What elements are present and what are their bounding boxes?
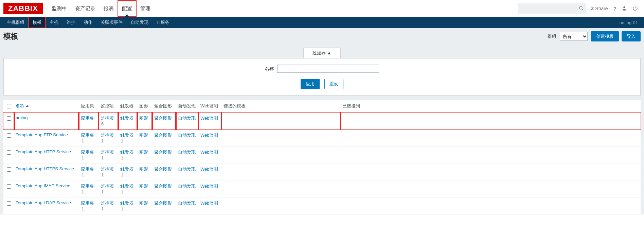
graphs-link[interactable]: 图形 xyxy=(139,150,148,155)
template-name-link[interactable]: Template App IMAP Service xyxy=(16,183,70,188)
table-row: Template App LDAP Service应用集1监控项1触发器1图形聚… xyxy=(3,197,641,214)
screens-link[interactable]: 聚合图形 xyxy=(154,167,172,172)
template-name-link[interactable]: aming xyxy=(16,115,28,120)
subnav-item[interactable]: 动作 xyxy=(79,17,96,28)
triggers-link[interactable]: 触发器 xyxy=(120,184,133,189)
template-name-link[interactable]: Template App FTP Service xyxy=(16,132,68,137)
host-indicator: aming-01 xyxy=(616,20,641,25)
screens-link[interactable]: 聚合图形 xyxy=(154,133,172,138)
topnav-item[interactable]: 监测中 xyxy=(48,1,71,17)
screens-link[interactable]: 聚合图形 xyxy=(154,116,172,121)
import-button[interactable]: 导入 xyxy=(622,31,641,41)
subnav-item[interactable]: 主机 xyxy=(46,17,62,28)
discovery-link[interactable]: 自动发现 xyxy=(178,184,196,189)
row-checkbox[interactable] xyxy=(7,167,11,172)
row-checkbox[interactable] xyxy=(7,150,11,155)
graphs-link[interactable]: 图形 xyxy=(139,116,148,121)
global-search[interactable] xyxy=(518,3,586,14)
topnav-item[interactable]: 配置 xyxy=(118,1,136,17)
template-name-link[interactable]: Template App HTTPS Service xyxy=(16,166,74,171)
web-link[interactable]: Web监测 xyxy=(200,184,218,189)
select-all-checkbox[interactable] xyxy=(7,104,11,108)
topnav-item[interactable]: 报表 xyxy=(100,1,118,17)
row-checkbox[interactable] xyxy=(7,133,11,138)
help-icon[interactable]: ? xyxy=(611,6,619,12)
items-link[interactable]: 监控项 xyxy=(101,133,114,138)
graphs-link[interactable]: 图形 xyxy=(139,167,148,172)
template-name-link[interactable]: Template App LDAP Service xyxy=(16,200,71,205)
web-link[interactable]: Web监测 xyxy=(200,201,218,206)
subnav-item[interactable]: 模板 xyxy=(29,17,46,28)
templates-table: 名称 应用集 监控项 触发器 图形 聚合图形 自动发现 Web监测 链接的模板 … xyxy=(3,100,641,214)
row-checkbox[interactable] xyxy=(7,201,11,206)
graphs-link[interactable]: 图形 xyxy=(139,184,148,189)
discovery-link[interactable]: 自动发现 xyxy=(178,133,196,138)
triggers-link[interactable]: 触发器 xyxy=(120,201,133,206)
subnav-item[interactable]: IT服务 xyxy=(153,17,174,28)
items-link[interactable]: 监控项 xyxy=(101,184,114,189)
graphs-link[interactable]: 图形 xyxy=(139,201,148,206)
search-icon[interactable] xyxy=(579,6,584,12)
graphs-link[interactable]: 图形 xyxy=(139,133,148,138)
group-select[interactable]: 所有 xyxy=(560,32,588,41)
topnav-item[interactable]: 管理 xyxy=(136,1,155,17)
subnav-item[interactable]: 主机群组 xyxy=(3,17,29,28)
subnav-item[interactable]: 维护 xyxy=(62,17,79,28)
filter-apply-button[interactable]: 应用 xyxy=(301,79,320,89)
filter-name-input[interactable] xyxy=(277,65,379,73)
web-link[interactable]: Web监测 xyxy=(200,150,218,155)
screens-link[interactable]: 聚合图形 xyxy=(154,184,172,189)
power-icon[interactable] xyxy=(630,5,641,12)
group-select-input[interactable]: 所有 xyxy=(560,33,587,40)
topnav-item[interactable]: 资产记录 xyxy=(71,1,100,17)
discovery-link[interactable]: 自动发现 xyxy=(178,116,196,121)
filter-reset-button[interactable]: 重设 xyxy=(324,79,343,89)
filter-toggle[interactable]: 过滤器 ▲ xyxy=(303,48,340,58)
screens-link[interactable]: 聚合图形 xyxy=(154,150,172,155)
items-link[interactable]: 监控项 xyxy=(101,150,114,155)
triggers-link[interactable]: 触发器 xyxy=(120,133,133,138)
apps-link[interactable]: 应用集 xyxy=(81,150,94,155)
svg-point-2 xyxy=(623,6,625,8)
user-icon[interactable] xyxy=(619,5,630,12)
create-template-button[interactable]: 创建模板 xyxy=(591,31,619,41)
discovery-link[interactable]: 自动发现 xyxy=(178,201,196,206)
col-name[interactable]: 名称 xyxy=(16,103,29,108)
apps-link[interactable]: 应用集 xyxy=(81,133,94,138)
screens-link[interactable]: 聚合图形 xyxy=(154,201,172,206)
col-linkedto: 已链接到 xyxy=(340,100,641,113)
subnav-item[interactable]: 关联项事件 xyxy=(96,17,127,28)
table-row: aming应用集监控项6触发器图形聚合图形自动发现Web监测 xyxy=(3,113,641,130)
subnav-item[interactable]: 自动发现 xyxy=(127,17,153,28)
filter-tab-row: 过滤器 ▲ xyxy=(3,46,641,58)
apps-link[interactable]: 应用集 xyxy=(81,201,94,206)
items-link[interactable]: 监控项 xyxy=(101,167,114,172)
top-nav: ZABBIX 监测中资产记录报表配置管理 Z Share ? xyxy=(0,0,644,17)
apps-link[interactable]: 应用集 xyxy=(81,167,94,172)
group-filter-label: 群组 xyxy=(548,33,556,39)
sub-nav: 主机群组模板主机维护动作关联项事件自动发现IT服务 aming-01 xyxy=(0,17,644,28)
apps-link[interactable]: 应用集 xyxy=(81,184,94,189)
triggers-link[interactable]: 触发器 xyxy=(120,167,133,172)
apps-link[interactable]: 应用集 xyxy=(81,116,94,121)
triggers-link[interactable]: 触发器 xyxy=(120,116,133,121)
discovery-link[interactable]: 自动发现 xyxy=(178,150,196,155)
web-link[interactable]: Web监测 xyxy=(200,167,218,172)
row-checkbox[interactable] xyxy=(7,116,11,121)
items-link[interactable]: 监控项 xyxy=(101,201,114,206)
web-link[interactable]: Web监测 xyxy=(200,133,218,138)
table-row: Template App HTTP Service应用集1监控项1触发器1图形聚… xyxy=(3,147,641,163)
table-row: Template App FTP Service应用集1监控项1触发器1图形聚合… xyxy=(3,130,641,147)
items-link[interactable]: 监控项 xyxy=(101,116,114,121)
web-link[interactable]: Web监测 xyxy=(200,116,218,121)
share-link[interactable]: Z Share xyxy=(591,6,608,11)
template-name-link[interactable]: Template App HTTP Service xyxy=(16,149,71,154)
triggers-link[interactable]: 触发器 xyxy=(120,150,133,155)
row-checkbox[interactable] xyxy=(7,184,11,189)
svg-line-1 xyxy=(582,8,583,10)
search-input[interactable] xyxy=(520,6,579,12)
discovery-link[interactable]: 自动发现 xyxy=(178,167,196,172)
filter-name-label: 名称 xyxy=(265,66,274,72)
page-header: 模板 群组 所有 创建模板 导入 xyxy=(0,28,644,46)
col-apps: 应用集 xyxy=(79,100,99,113)
